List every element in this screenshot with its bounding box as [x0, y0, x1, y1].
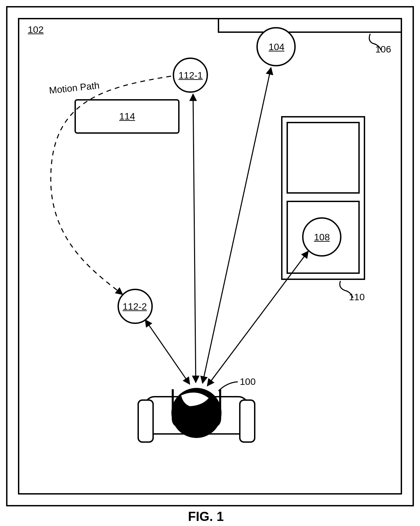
label-112-1: 112-1 — [178, 70, 203, 81]
figure-canvas: 102 104 106 108 110 112-1 112-2 114 100 … — [0, 0, 420, 526]
label-112-2: 112-2 — [123, 301, 147, 312]
label-108: 108 — [314, 232, 330, 243]
arrow-user-112-1 — [193, 94, 196, 382]
diagram-svg — [0, 0, 420, 526]
arrow-user-112-2 — [145, 320, 190, 384]
label-114: 114 — [119, 111, 135, 122]
label-110: 110 — [349, 292, 365, 303]
arrow-user-104 — [203, 68, 271, 383]
object-110-top — [287, 123, 359, 193]
lead-100 — [218, 382, 238, 391]
arrow-user-108 — [207, 251, 308, 386]
svg-rect-1 — [138, 400, 153, 442]
svg-rect-2 — [240, 400, 255, 442]
figure-caption: FIG. 1 — [188, 509, 224, 524]
user-100 — [138, 388, 255, 442]
label-100: 100 — [240, 376, 256, 387]
label-104: 104 — [269, 42, 285, 52]
label-106: 106 — [375, 44, 391, 55]
object-106 — [218, 19, 401, 32]
label-102: 102 — [28, 24, 44, 35]
